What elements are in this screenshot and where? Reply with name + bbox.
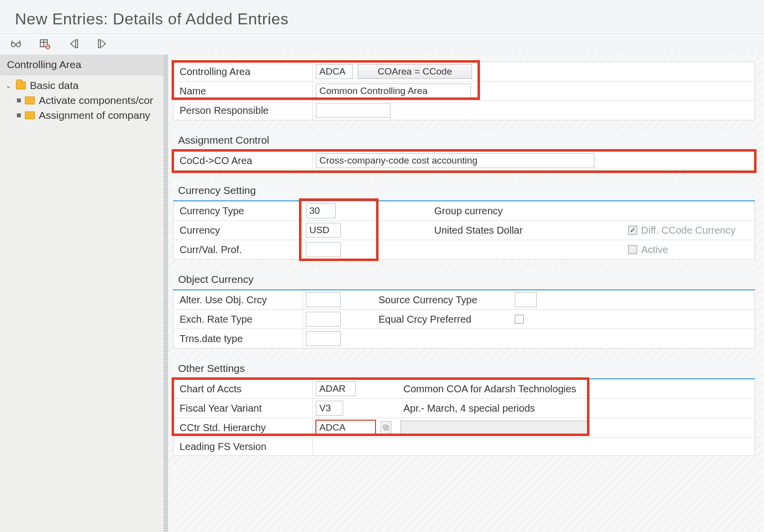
diff-ccode-checkbox	[628, 226, 637, 235]
glasses-icon[interactable]	[9, 37, 23, 51]
field-label-chart-of-accts: Chart of Accts	[174, 379, 313, 398]
tree-label: Basic data	[30, 80, 79, 91]
field-label-trns-date-type: Trns.date type	[174, 329, 303, 348]
field-label-cocd-coarea: CoCd->CO Area	[174, 151, 313, 170]
group-title: Currency Setting	[173, 181, 755, 201]
group-assignment-control: Assignment Control CoCd->CO Area	[173, 131, 755, 171]
field-label-fiscal-year-variant: Fiscal Year Variant	[174, 399, 313, 418]
bullet-icon	[17, 98, 21, 102]
tree-node-activate-components[interactable]: Activate components/cor	[5, 93, 159, 108]
cocd-coarea-input[interactable]	[316, 153, 594, 168]
tree-node-basic-data[interactable]: ⌄ Basic data	[5, 78, 159, 93]
field-label-equal-crcy-preferred: Equal Crcy Preferred	[373, 310, 512, 329]
group-other-settings: Other Settings Chart of Accts Common COA…	[173, 359, 755, 456]
tree: ⌄ Basic data Activate components/cor Ass…	[0, 75, 164, 126]
trns-date-type-input[interactable]	[306, 331, 341, 346]
field-label-curr-val-prof: Curr/Val. Prof.	[174, 240, 303, 259]
field-label-controlling-area: Controlling Area	[174, 62, 313, 81]
page-title: New Entries: Details of Added Entries	[0, 0, 764, 34]
fiscal-year-variant-desc: Apr.- March, 4 special periods	[400, 403, 538, 414]
field-label-alter-obj-crcy: Alter. Use Obj. Crcy	[174, 290, 303, 309]
next-entry-icon[interactable]	[96, 37, 109, 51]
toolbar	[0, 34, 764, 56]
field-label-currency: Currency	[174, 221, 303, 240]
coarea-ccode-button[interactable]: COArea = CCode	[358, 64, 472, 79]
currency-desc: United States Dollar	[431, 225, 526, 236]
field-label-currency-type: Currency Type	[174, 201, 303, 220]
chart-of-accts-desc: Common COA for Adarsh Technologies	[400, 383, 579, 395]
fiscal-year-variant-input[interactable]	[316, 401, 343, 416]
splitter-handle[interactable]	[164, 55, 168, 532]
tree-node-assignment-of-company[interactable]: Assignment of company	[5, 108, 159, 123]
field-label-exch-rate-type: Exch. Rate Type	[174, 310, 303, 329]
active-label: Active	[641, 244, 668, 256]
svg-rect-4	[76, 40, 78, 48]
equal-crcy-checkbox[interactable]	[515, 315, 524, 324]
cctr-hierarchy-desc	[400, 421, 589, 435]
folder-icon	[25, 111, 35, 119]
folder-icon	[25, 96, 35, 104]
curr-val-prof-input[interactable]	[306, 242, 341, 257]
source-currency-type-input[interactable]	[515, 292, 537, 307]
svg-rect-5	[98, 40, 100, 48]
chart-of-accts-input[interactable]	[316, 381, 356, 396]
sidebar-heading: Controlling Area	[0, 55, 164, 75]
group-currency-setting: Currency Setting Currency Type Group cur…	[173, 181, 755, 260]
svg-point-0	[11, 43, 15, 47]
value-help-icon[interactable]	[381, 421, 391, 434]
table-cancel-icon[interactable]	[38, 37, 52, 51]
diff-ccode-label: Diff. CCode Currency	[641, 225, 736, 236]
field-label-source-currency-type: Source Currency Type	[373, 290, 512, 309]
bullet-icon	[17, 113, 21, 117]
group-title: Assignment Control	[173, 131, 755, 151]
header-block: Controlling Area COArea = CCode Name Per…	[173, 62, 755, 120]
field-label-leading-fs-version: Leading FS Version	[174, 438, 313, 455]
tree-label: Assignment of company	[39, 109, 150, 121]
currency-type-desc: Group currency	[431, 205, 506, 217]
person-responsible-input[interactable]	[316, 103, 390, 118]
prev-entry-icon[interactable]	[67, 37, 81, 51]
group-title: Object Currency	[173, 270, 755, 290]
main-content: Controlling Area COArea = CCode Name Per…	[168, 55, 764, 532]
group-title: Other Settings	[173, 359, 755, 379]
tree-label: Activate components/cor	[39, 94, 153, 106]
sidebar: Controlling Area ⌄ Basic data Activate c…	[0, 55, 164, 532]
name-input[interactable]	[316, 84, 471, 98]
exch-rate-type-input[interactable]	[306, 312, 341, 327]
field-label-name: Name	[174, 82, 313, 100]
alter-obj-crcy-input[interactable]	[306, 292, 341, 307]
controlling-area-input[interactable]	[316, 64, 353, 79]
cctr-std-hierarchy-input[interactable]	[316, 420, 376, 435]
field-label-cctr-std-hierarchy: CCtr Std. Hierarchy	[174, 418, 313, 437]
active-checkbox	[628, 245, 637, 254]
svg-point-1	[16, 43, 20, 47]
group-object-currency: Object Currency Alter. Use Obj. Crcy Sou…	[173, 270, 755, 349]
chevron-down-icon[interactable]: ⌄	[5, 82, 12, 89]
currency-input[interactable]	[306, 223, 341, 238]
field-label-person-responsible: Person Responsible	[174, 101, 313, 120]
currency-type-input[interactable]	[306, 203, 336, 218]
folder-open-icon	[16, 82, 26, 89]
